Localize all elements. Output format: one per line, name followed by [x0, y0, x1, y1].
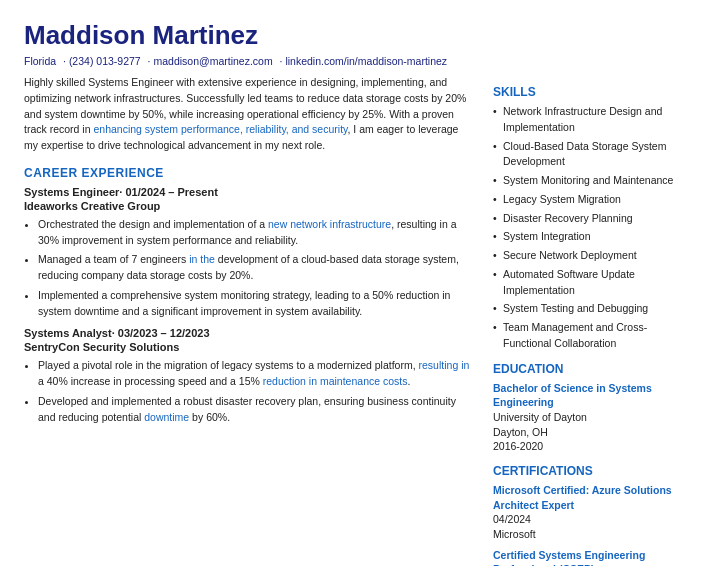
education-block: Bachelor of Science in Systems Engineeri…: [493, 381, 688, 454]
skill-1: Network Infrastructure Design and Implem…: [493, 104, 688, 136]
education-section-title: EDUCATION: [493, 362, 688, 376]
job-2-bullet-2: Developed and implemented a robust disas…: [38, 394, 473, 426]
cert-1: Microsoft Certified: Azure Solutions Arc…: [493, 483, 688, 542]
job-2-bullet-1: Played a pivotal role in the migration o…: [38, 358, 473, 390]
job-2-bullets: Played a pivotal role in the migration o…: [38, 358, 473, 425]
skill-10: Team Management and Cross-Functional Col…: [493, 320, 688, 352]
skill-4: Legacy System Migration: [493, 192, 688, 208]
job-1: Systems Engineer· 01/2024 – Present Idea…: [24, 186, 473, 320]
job-1-bullet-3: Implemented a comprehensive system monit…: [38, 288, 473, 320]
skill-9: System Testing and Debugging: [493, 301, 688, 317]
contact-linkedin: linkedin.com/in/maddison-martinez: [285, 55, 447, 67]
cert-1-name: Microsoft Certified: Azure Solutions Arc…: [493, 483, 688, 512]
edu-years: 2016-2020: [493, 439, 688, 454]
edu-school: University of Dayton: [493, 410, 688, 425]
job-1-title: Systems Engineer· 01/2024 – Present: [24, 186, 473, 198]
skill-7: Secure Network Deployment: [493, 248, 688, 264]
resume-name: Maddison Martinez: [24, 20, 688, 51]
right-column: SKILLS Network Infrastructure Design and…: [493, 75, 688, 566]
job-1-company: Ideaworks Creative Group: [24, 200, 473, 212]
job-2-company: SentryCon Security Solutions: [24, 341, 473, 353]
cert-1-date: 04/2024: [493, 512, 688, 527]
contact-location: Florida: [24, 55, 56, 67]
skills-list: Network Infrastructure Design and Implem…: [493, 104, 688, 352]
skills-section-title: SKILLS: [493, 85, 688, 99]
job-1-bullets: Orchestrated the design and implementati…: [38, 217, 473, 320]
edu-location: Dayton, OH: [493, 425, 688, 440]
job-2-title: Systems Analyst· 03/2023 – 12/2023: [24, 327, 473, 339]
career-section-title: CAREER EXPERIENCE: [24, 166, 473, 180]
summary-text: Highly skilled Systems Engineer with ext…: [24, 75, 473, 154]
cert-2-name: Certified Systems Engineering Profession…: [493, 548, 688, 566]
skill-6: System Integration: [493, 229, 688, 245]
contact-line: Florida · (234) 013-9277 · maddison@mart…: [24, 55, 688, 67]
job-2: Systems Analyst· 03/2023 – 12/2023 Sentr…: [24, 327, 473, 425]
cert-1-org: Microsoft: [493, 527, 688, 542]
left-column: Highly skilled Systems Engineer with ext…: [24, 75, 473, 566]
skill-2: Cloud-Based Data Storage System Developm…: [493, 139, 688, 171]
skill-8: Automated Software Update Implementation: [493, 267, 688, 299]
contact-email: maddison@martinez.com: [153, 55, 272, 67]
skill-5: Disaster Recovery Planning: [493, 211, 688, 227]
skill-3: System Monitoring and Maintenance: [493, 173, 688, 189]
cert-2: Certified Systems Engineering Profession…: [493, 548, 688, 566]
contact-phone: (234) 013-9277: [69, 55, 141, 67]
job-1-bullet-1: Orchestrated the design and implementati…: [38, 217, 473, 249]
certifications-section-title: CERTIFICATIONS: [493, 464, 688, 478]
job-1-bullet-2: Managed a team of 7 engineers in the dev…: [38, 252, 473, 284]
edu-degree: Bachelor of Science in Systems Engineeri…: [493, 381, 688, 410]
